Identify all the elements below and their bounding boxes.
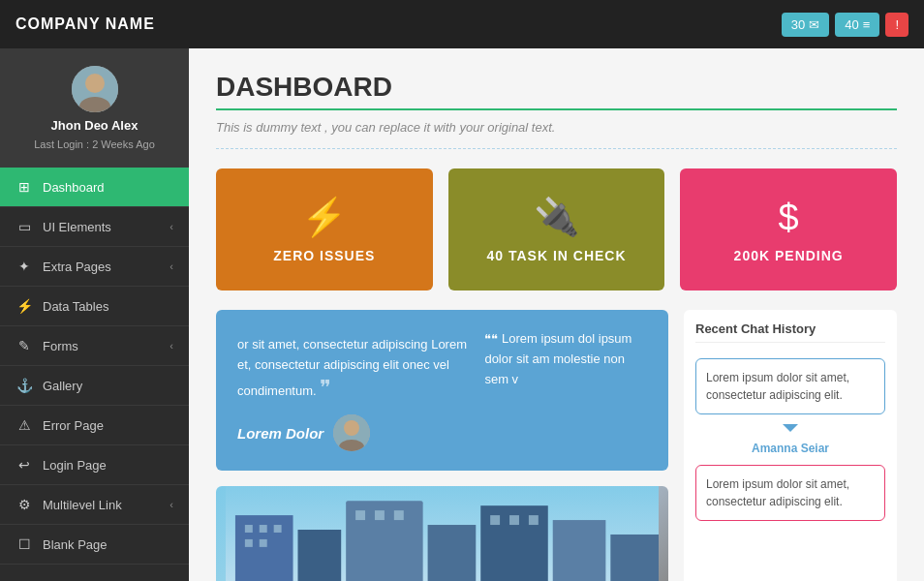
page-subtitle: This is dummy text , you can replace it … <box>216 120 897 135</box>
content-area: DASHBOARD This is dummy text , you can r… <box>189 48 924 581</box>
stat-card-pending[interactable]: $ 200K PENDING <box>680 168 897 290</box>
chat-sender[interactable]: Amanna Seiar <box>695 442 885 455</box>
tables-icon: ⚡ <box>15 298 33 314</box>
testimonial-card: or sit amet, consectetur adipiscing Lore… <box>216 310 668 471</box>
svg-rect-14 <box>245 525 253 533</box>
sidebar-item-dashboard[interactable]: ⊞ Dashboard <box>0 168 189 207</box>
testimonial-right: ❝❝ Lorem ipsum dol ipsum dolor sit am mo… <box>484 329 647 451</box>
chat-tail-down <box>783 424 798 432</box>
stat-label-pending: 200K PENDING <box>734 248 844 263</box>
sidebar-label-multilevel: Multilevel Link <box>43 498 122 512</box>
page-title: DASHBOARD <box>216 72 897 103</box>
svg-rect-13 <box>610 535 659 581</box>
chevron-icon: ‹ <box>169 260 173 272</box>
alert-badge[interactable]: ! <box>885 13 909 37</box>
chevron-icon: ‹ <box>169 499 173 510</box>
main-wrapper: Jhon Deo Alex Last Login : 2 Weeks Ago ⊞… <box>0 48 924 581</box>
chevron-icon: ‹ <box>169 340 173 352</box>
svg-rect-18 <box>260 539 267 547</box>
forms-icon: ✎ <box>15 338 33 353</box>
sidebar-label-extra: Extra Pages <box>43 260 111 274</box>
sidebar-item-blank[interactable]: ☐ Blank Page <box>0 525 189 565</box>
error-icon: ⚠ <box>15 417 33 433</box>
stat-card-tasks[interactable]: 🔌 40 TASK IN CHECK <box>448 168 665 290</box>
sidebar-item-login-page[interactable]: ↩ Login Page <box>0 445 189 485</box>
svg-rect-21 <box>394 511 404 521</box>
stat-label-tasks: 40 TASK IN CHECK <box>486 248 626 263</box>
svg-rect-23 <box>509 515 519 525</box>
gallery-icon: ⚓ <box>15 378 33 393</box>
lightning-icon: ⚡ <box>301 196 347 238</box>
sidebar-item-multilevel[interactable]: ⚙ Multilevel Link ‹ <box>0 485 189 525</box>
svg-rect-12 <box>553 520 606 581</box>
sidebar-profile: Jhon Deo Alex Last Login : 2 Weeks Ago <box>0 48 189 168</box>
multilevel-icon: ⚙ <box>15 497 33 512</box>
sidebar-label-blank: Blank Page <box>43 537 108 552</box>
svg-point-4 <box>344 420 359 436</box>
author-name: Lorem Dolor <box>237 425 323 442</box>
sidebar-menu: ⊞ Dashboard ▭ UI Elements ‹ ✦ Extra Page… <box>0 168 189 581</box>
blank-icon: ☐ <box>15 536 33 552</box>
quote-open-right: ❝❝ <box>484 331 498 346</box>
message-count: 30 <box>791 17 805 32</box>
sidebar-item-gallery[interactable]: ⚓ Gallery <box>0 366 189 406</box>
tasks-badge[interactable]: 40 ≡ <box>835 13 879 37</box>
top-navbar: COMPANY NAME 30 ✉ 40 ≡ ! <box>0 0 924 48</box>
plug-icon: 🔌 <box>534 196 579 238</box>
stat-label-issues: ZERO ISSUES <box>273 248 375 263</box>
sidebar-label-tables: Data Tables <box>43 299 108 314</box>
svg-rect-20 <box>375 511 385 521</box>
messages-badge[interactable]: 30 ✉ <box>782 13 829 37</box>
sidebar-label-gallery: Gallery <box>43 379 82 393</box>
svg-rect-22 <box>490 515 500 525</box>
chat-bubble-1: Lorem ipsum dolor sit amet, consectetur … <box>695 358 885 414</box>
svg-rect-10 <box>428 525 477 581</box>
avatar <box>72 66 118 112</box>
testimonial-author: Lorem Dolor <box>237 414 469 451</box>
testimonial-text-right: Lorem ipsum dol ipsum dolor sit am moles… <box>484 331 631 386</box>
sidebar-label-dashboard: Dashboard <box>43 180 105 195</box>
alert-icon: ! <box>895 17 899 32</box>
dashboard-icon: ⊞ <box>15 179 33 195</box>
bottom-left: or sit amet, consectetur adipiscing Lore… <box>216 310 668 581</box>
author-avatar <box>333 414 370 451</box>
stat-card-issues[interactable]: ⚡ ZERO ISSUES <box>216 168 433 290</box>
ui-icon: ▭ <box>15 219 33 234</box>
chat-panel: Recent Chat History Lorem ipsum dolor si… <box>684 310 897 581</box>
sidebar-item-forms[interactable]: ✎ Forms ‹ <box>0 326 189 366</box>
svg-point-1 <box>85 74 105 93</box>
svg-rect-8 <box>298 530 342 581</box>
sidebar-item-ui-elements[interactable]: ▭ UI Elements ‹ <box>0 207 189 247</box>
image-card <box>216 486 668 581</box>
login-icon: ↩ <box>15 457 33 473</box>
svg-rect-24 <box>529 515 539 525</box>
title-underline <box>216 108 897 110</box>
envelope-icon: ✉ <box>809 17 819 32</box>
testimonial-left: or sit amet, consectetur adipiscing Lore… <box>237 329 469 451</box>
nav-icons: 30 ✉ 40 ≡ ! <box>782 13 909 37</box>
chevron-icon: ‹ <box>169 221 173 232</box>
sidebar-item-extra-pages[interactable]: ✦ Extra Pages ‹ <box>0 247 189 287</box>
sidebar-label-ui: UI Elements <box>43 220 111 234</box>
chat-message-1: Lorem ipsum dolor sit amet, consectetur … <box>706 371 849 402</box>
list-icon: ≡ <box>863 17 871 32</box>
profile-name: Jhon Deo Alex <box>51 118 139 133</box>
chat-title: Recent Chat History <box>695 321 885 343</box>
svg-rect-15 <box>260 525 267 533</box>
sidebar-item-error-page[interactable]: ⚠ Error Page <box>0 406 189 445</box>
company-name: COMPANY NAME <box>15 15 155 33</box>
extra-icon: ✦ <box>15 259 33 274</box>
sidebar: Jhon Deo Alex Last Login : 2 Weeks Ago ⊞… <box>0 48 189 581</box>
sidebar-label-login: Login Page <box>43 458 107 473</box>
profile-last-login: Last Login : 2 Weeks Ago <box>34 138 155 150</box>
sidebar-item-data-tables[interactable]: ⚡ Data Tables <box>0 287 189 326</box>
svg-rect-16 <box>274 525 282 533</box>
testimonial-text-left: or sit amet, consectetur adipiscing Lore… <box>237 337 467 398</box>
chat-message-2: Lorem ipsum dolor sit amet, consectetur … <box>706 477 849 508</box>
svg-rect-17 <box>245 539 253 547</box>
section-divider <box>216 148 897 149</box>
quote-close: ❞ <box>320 376 331 400</box>
sidebar-label-error: Error Page <box>43 418 104 433</box>
chat-bubble-2: Lorem ipsum dolor sit amet, consectetur … <box>695 465 885 521</box>
sidebar-label-forms: Forms <box>43 339 78 353</box>
